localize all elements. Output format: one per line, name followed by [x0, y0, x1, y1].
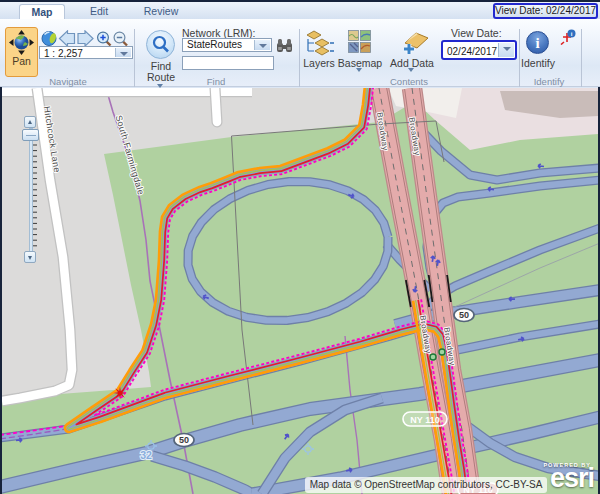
svg-text:50: 50 — [179, 435, 189, 445]
svg-text:32: 32 — [140, 449, 152, 461]
svg-text:NY 110: NY 110 — [410, 415, 439, 425]
svg-text:50: 50 — [459, 310, 469, 320]
